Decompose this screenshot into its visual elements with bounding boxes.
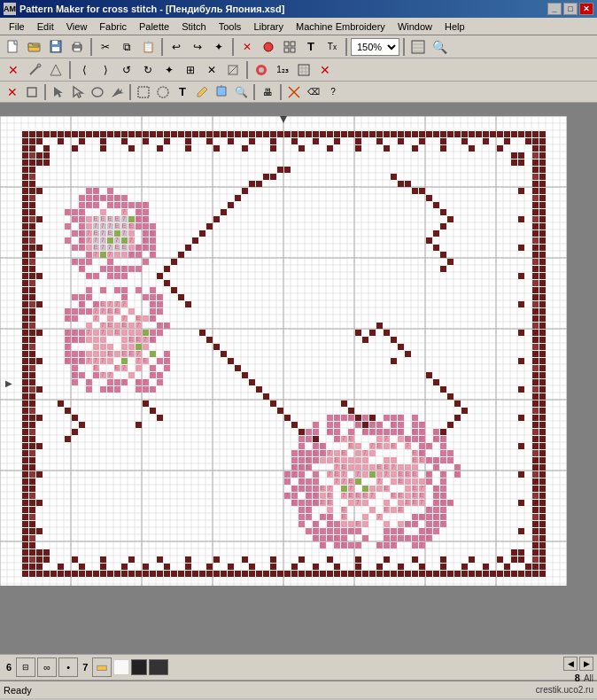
draw-cross[interactable]: ✕ [4, 83, 21, 101]
draw-pencil[interactable] [193, 83, 211, 101]
bottom-toolbar: 6 ⊟ ∞ • 7 ◀ ▶ 8 All [0, 654, 597, 681]
cut-button[interactable]: ✂ [96, 37, 115, 57]
cross2-button[interactable]: ✦ [159, 60, 179, 80]
close-button[interactable]: ✕ [579, 3, 593, 15]
copy-button[interactable]: ⧉ [117, 37, 136, 57]
svg-rect-32 [138, 87, 149, 97]
all-label: All [584, 673, 593, 683]
draw-text[interactable]: T [174, 83, 191, 101]
color-swatch-3[interactable] [149, 659, 168, 675]
needle-button[interactable] [25, 60, 44, 80]
circle-button[interactable] [259, 37, 278, 57]
grid3-button[interactable] [294, 60, 314, 80]
toolbar-row-2: ✕ ⟨ ⟩ ↺ ↻ ✦ ⊞ ✕ 1₂₃ ✕ [0, 58, 597, 82]
svg-rect-5 [52, 47, 59, 51]
draw-lasso[interactable] [89, 83, 106, 101]
draw-circle-sel[interactable] [154, 83, 172, 101]
minimize-button[interactable]: _ [547, 3, 562, 15]
svg-rect-7 [74, 43, 80, 45]
zoom-in-button[interactable]: 🔍 [430, 37, 449, 57]
tool5-button[interactable]: ↻ [138, 60, 158, 80]
toolbar-row-3: ✕ T 🔍 🖶 ⌫ ? [0, 82, 597, 103]
scroll-left-btn[interactable]: ◀ [563, 657, 578, 671]
draw-arrow[interactable] [108, 83, 126, 101]
dot-btn[interactable]: • [58, 657, 78, 677]
back-button[interactable]: ⟨ [74, 60, 94, 80]
separator-6 [69, 61, 71, 79]
undo-button[interactable]: ↩ [167, 37, 186, 57]
pencil-btn[interactable] [92, 657, 112, 677]
color-swatch-1[interactable] [113, 659, 129, 675]
maximize-button[interactable]: □ [563, 3, 578, 15]
forward-button[interactable]: ⟩ [96, 60, 115, 80]
tool3-button[interactable] [46, 60, 66, 80]
draw-erase[interactable]: ⌫ [305, 83, 322, 101]
draw-info[interactable]: ? [324, 83, 342, 101]
layer-number: 6 [4, 662, 14, 673]
tool4-button[interactable]: ↺ [117, 60, 136, 80]
svg-rect-11 [291, 42, 295, 46]
scroll-arrows[interactable]: ◀ ▶ [563, 657, 593, 671]
draw-zoom[interactable]: 🔍 [232, 83, 250, 101]
new-button[interactable] [4, 37, 23, 57]
color-swatch-2[interactable] [131, 659, 147, 675]
title-bar-buttons[interactable]: _ □ ✕ [547, 3, 593, 15]
paste-button[interactable]: 📋 [138, 37, 158, 57]
draw-bucket[interactable] [213, 83, 230, 101]
main-area: ▶ [0, 103, 597, 654]
cancel-button[interactable]: ✕ [4, 60, 23, 80]
infinity-btn[interactable]: ∞ [37, 657, 57, 677]
save-button[interactable] [46, 37, 66, 57]
open-button[interactable] [25, 37, 44, 57]
zoom-select[interactable]: 50% 75% 100% 125% 150% 200% 300% [351, 38, 399, 56]
T-button[interactable]: T [301, 37, 321, 57]
menu-window[interactable]: Window [392, 19, 438, 34]
tool8-button[interactable] [223, 60, 243, 80]
stitch-canvas[interactable] [0, 116, 567, 586]
menu-edit[interactable]: Edit [32, 19, 59, 34]
separator-9 [129, 84, 131, 100]
grid2-button[interactable] [408, 37, 428, 57]
grid-button[interactable] [280, 37, 299, 57]
svg-point-23 [259, 67, 264, 73]
tool7-button[interactable]: ✕ [202, 60, 221, 80]
print-button[interactable] [67, 37, 87, 57]
draw-select[interactable] [50, 83, 67, 101]
svg-rect-8 [74, 48, 81, 51]
separator-5 [403, 38, 405, 56]
color-button[interactable] [252, 60, 271, 80]
scroll-info: ◀ ▶ 8 All [563, 657, 593, 683]
toolbar-row-1: ✂ ⧉ 📋 ↩ ↪ ✦ ✕ T Tx 50% 75% 100% 125% 150… [0, 35, 597, 58]
menu-library[interactable]: Library [248, 19, 289, 34]
svg-marker-30 [54, 87, 63, 97]
cross3-button[interactable]: ✕ [315, 60, 335, 80]
separator-4 [345, 38, 347, 56]
scroll-right-btn[interactable]: ▶ [579, 657, 593, 671]
menu-bar: File Edit View Fabric Palette Stitch Too… [0, 18, 597, 35]
menu-view[interactable]: View [61, 19, 93, 34]
status-text: Ready [4, 685, 32, 696]
menu-tools[interactable]: Tools [213, 19, 247, 34]
menu-stitch[interactable]: Stitch [176, 19, 212, 34]
svg-rect-29 [27, 88, 36, 97]
menu-help[interactable]: Help [439, 19, 470, 34]
menu-palette[interactable]: Palette [134, 19, 174, 34]
draw-print[interactable]: 🖶 [259, 83, 276, 101]
menu-fabric[interactable]: Fabric [94, 19, 132, 34]
menu-machine-embroidery[interactable]: Machine Embroidery [291, 19, 391, 34]
title-bar-left: AM Pattern Maker for cross stitch - [Пен… [4, 3, 284, 15]
draw-stitch[interactable] [285, 83, 303, 101]
number-button[interactable]: 1₂₃ [273, 60, 292, 80]
menu-file[interactable]: File [4, 19, 30, 34]
star-button[interactable]: ✦ [209, 37, 229, 57]
draw-select2[interactable] [69, 83, 87, 101]
Tx-button[interactable]: Tx [322, 37, 342, 57]
tool6-button[interactable]: ⊞ [181, 60, 200, 80]
draw-square[interactable] [23, 83, 41, 101]
redo-button[interactable]: ↪ [188, 37, 207, 57]
layer-btn[interactable]: ⊟ [16, 657, 35, 677]
draw-rect[interactable] [135, 83, 152, 101]
separator-2 [161, 38, 163, 56]
cross-button[interactable]: ✕ [237, 37, 257, 57]
scroll-num-row: 8 All [575, 673, 593, 683]
